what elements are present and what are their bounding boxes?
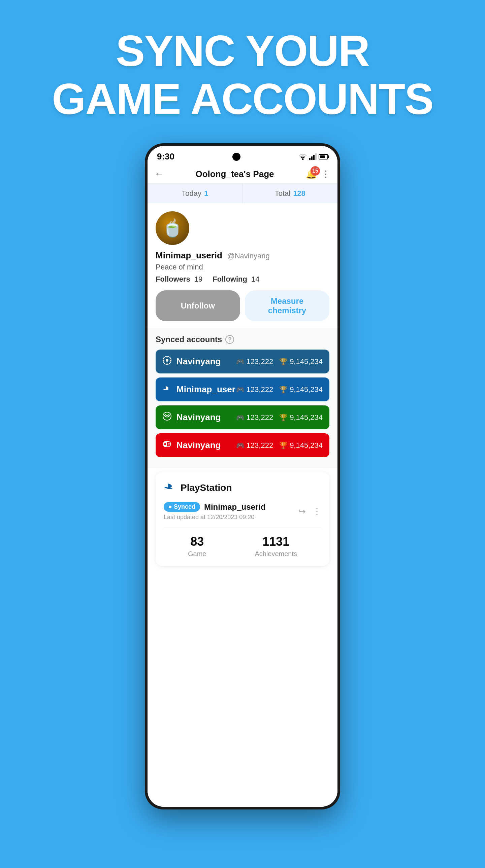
account-row-nintendo[interactable]: Navinyang 🎮 123,222 🏆 9,145,234 [155, 433, 330, 457]
account-row-steam[interactable]: Navinyang 🎮 123,222 🏆 9,145,234 [155, 349, 330, 373]
status-bar: 9:30 [147, 146, 338, 164]
nintendo-games: 🎮 123,222 [236, 441, 274, 450]
nav-bar: ← Oolong_tea's Page 🔔 15 ⋮ [147, 164, 338, 184]
xbox-account-name: Navinyang [176, 412, 221, 423]
synced-badge-row: ● Synced Minimap_userid [164, 502, 266, 512]
detail-achievements-label: Achievements [255, 550, 297, 558]
account-left-nintendo: Navinyang [162, 439, 221, 451]
stat-today-value: 1 [204, 189, 208, 198]
synced-badge: ● Synced [164, 502, 200, 512]
steam-games: 🎮 123,222 [236, 357, 274, 366]
last-updated-text: Last updated at 12/20/2023 09:20 [164, 514, 266, 521]
ps-trophy-icon: 🏆 [279, 385, 288, 394]
stat-today: Today 1 [147, 184, 243, 203]
stat-total: Total 128 [243, 184, 338, 203]
svg-point-11 [164, 443, 166, 445]
profile-section: 🍵 Minimap_userid @Navinyang Peace of min… [147, 203, 338, 328]
xbox-achievements: 🏆 9,145,234 [279, 413, 323, 422]
ps-games: 🎮 123,222 [236, 385, 274, 394]
profile-followers: Followers 19 [155, 275, 202, 284]
battery-icon [319, 154, 328, 159]
svg-point-0 [302, 158, 304, 160]
stat-total-value: 128 [293, 189, 306, 198]
profile-bio: Peace of mind [155, 263, 330, 272]
profile-name-row: Minimap_userid @Navinyang [155, 250, 330, 261]
steam-platform-icon [162, 355, 172, 367]
hero-title: SYNC YOUR GAME ACCOUNTS [52, 27, 433, 123]
xbox-games: 🎮 123,222 [236, 413, 274, 422]
synced-account-username: Minimap_userid [204, 502, 266, 512]
svg-point-6 [166, 359, 168, 362]
ps-achievements: 🏆 9,145,234 [279, 385, 323, 394]
synced-account-row: ● Synced Minimap_userid Last updated at … [164, 502, 321, 521]
svg-rect-1 [309, 158, 311, 160]
detail-card-header: PlayStation [164, 480, 321, 495]
detail-games-value: 83 [190, 535, 204, 549]
ps-account-name: Minimap_user [176, 384, 235, 395]
xbox-account-stats: 🎮 123,222 🏆 9,145,234 [236, 413, 323, 422]
nav-actions: 🔔 15 ⋮ [306, 169, 331, 179]
followers-label: Followers [155, 275, 190, 283]
status-camera [232, 153, 240, 161]
account-row-playstation[interactable]: Minimap_user 🎮 123,222 🏆 9,145,234 [155, 377, 330, 401]
phone-mockup: 9:30 [145, 143, 340, 809]
gamepad-icon: 🎮 [236, 358, 245, 366]
detail-card-title: PlayStation [180, 483, 232, 493]
detail-ps-icon [164, 480, 176, 495]
account-row-xbox[interactable]: Navinyang 🎮 123,222 🏆 9,145,234 [155, 405, 330, 429]
svg-rect-3 [313, 155, 315, 160]
nintendo-account-name: Navinyang [176, 440, 221, 451]
profile-stats: Followers 19 Following 14 [155, 275, 330, 284]
notification-badge: 15 [311, 166, 320, 176]
nintendo-account-stats: 🎮 123,222 🏆 9,145,234 [236, 441, 323, 450]
following-label: Following [212, 275, 247, 283]
status-time: 9:30 [157, 151, 174, 162]
wifi-icon [298, 153, 307, 160]
synced-header-text: Synced accounts [155, 335, 222, 344]
svg-point-12 [168, 443, 170, 445]
unfollow-button[interactable]: Unfollow [155, 290, 240, 321]
detail-achievements-value: 1131 [262, 535, 289, 549]
detail-actions: ↪ ⋮ [298, 506, 321, 517]
nintendo-gamepad-icon: 🎮 [236, 441, 245, 450]
page-title: Oolong_tea's Page [195, 169, 274, 179]
detail-more-icon[interactable]: ⋮ [313, 506, 321, 517]
chemistry-button[interactable]: Measure chemistry [245, 290, 330, 321]
stat-total-label: Total [275, 189, 290, 198]
hero-title-line2: GAME ACCOUNTS [52, 75, 433, 123]
profile-following: Following 14 [212, 275, 259, 284]
ps-gamepad-icon: 🎮 [236, 385, 245, 394]
detail-stat-games: 83 Game [188, 535, 206, 558]
detail-stat-achievements: 1131 Achievements [255, 535, 297, 558]
detail-card: PlayStation ● Synced Minimap_userid Last… [155, 472, 330, 566]
help-icon[interactable]: ? [225, 335, 234, 344]
profile-handle: @Navinyang [227, 252, 269, 260]
account-left-steam: Navinyang [162, 355, 221, 367]
notification-bell[interactable]: 🔔 15 [306, 169, 317, 179]
svg-rect-4 [315, 153, 317, 160]
ps-account-stats: 🎮 123,222 🏆 9,145,234 [236, 385, 323, 394]
following-count: 14 [251, 275, 259, 283]
xbox-platform-icon [162, 411, 172, 423]
steam-account-name: Navinyang [176, 356, 221, 367]
profile-username: Minimap_userid [155, 250, 222, 260]
phone-screen: 9:30 [147, 146, 338, 807]
synced-account-info: ● Synced Minimap_userid Last updated at … [164, 502, 266, 521]
back-button[interactable]: ← [154, 168, 164, 179]
svg-rect-2 [311, 156, 313, 160]
nintendo-achievements: 🏆 9,145,234 [279, 441, 323, 450]
avatar: 🍵 [155, 211, 189, 245]
scroll-content[interactable]: 🍵 Minimap_userid @Navinyang Peace of min… [147, 203, 338, 807]
followers-count: 19 [194, 275, 202, 283]
stat-today-label: Today [181, 189, 201, 198]
share-icon[interactable]: ↪ [298, 506, 306, 517]
account-left-ps: Minimap_user [162, 383, 235, 395]
hero-title-line1: SYNC YOUR [52, 27, 433, 75]
nintendo-trophy-icon: 🏆 [279, 441, 288, 450]
synced-header: Synced accounts ? [155, 335, 330, 344]
detail-games-label: Game [188, 550, 206, 558]
more-menu-button[interactable]: ⋮ [321, 169, 331, 179]
ps-platform-icon [162, 383, 172, 395]
action-buttons: Unfollow Measure chemistry [155, 290, 330, 321]
account-left-xbox: Navinyang [162, 411, 221, 423]
